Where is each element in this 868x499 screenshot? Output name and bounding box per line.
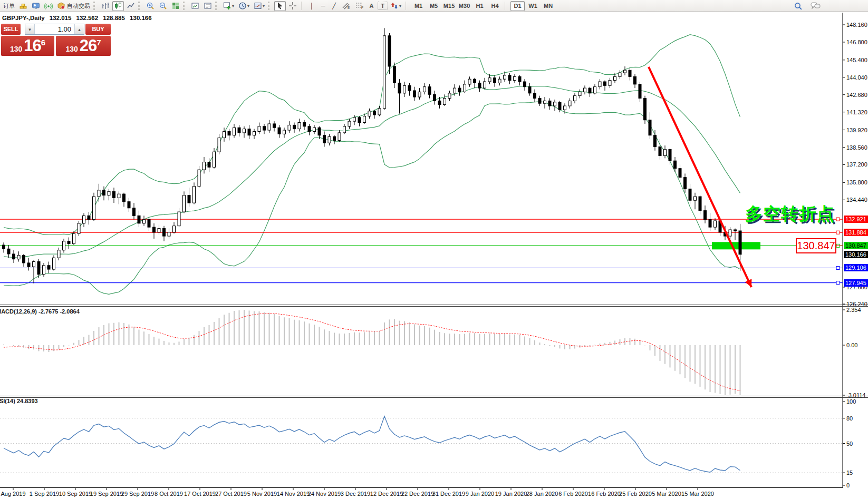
vertical-line-tool-button[interactable]: │ (307, 1, 317, 11)
price-line-axis-label: 131.884 (844, 229, 868, 236)
highlight-box-object[interactable] (712, 242, 760, 249)
trend-arrow-object[interactable] (649, 67, 751, 287)
terminal-icon[interactable] (30, 1, 42, 11)
svg-text:-3.0114: -3.0114 (846, 392, 866, 398)
chevron-down-icon: ▾ (399, 4, 401, 8)
search-icon[interactable] (792, 1, 804, 11)
toolbar-separator (406, 2, 409, 10)
svg-text:2.354: 2.354 (846, 307, 861, 313)
new-chart-button[interactable]: ▾ (221, 1, 236, 11)
svg-text:100: 100 (846, 398, 856, 405)
svg-text:19 Jan 2020: 19 Jan 2020 (495, 491, 527, 497)
indicator-list-icon[interactable] (202, 1, 214, 11)
order-button[interactable]: 订单 (2, 1, 16, 11)
timeframe-h1-button[interactable]: H1 (472, 1, 487, 11)
low-value: 128.885 (103, 15, 125, 21)
trendline-tool-button[interactable]: ╱ (329, 1, 339, 11)
line-handle[interactable] (836, 266, 840, 269)
tile-windows-icon[interactable] (170, 1, 181, 11)
buy-button[interactable]: BUY (85, 24, 111, 35)
svg-text:137.200: 137.200 (846, 161, 867, 168)
line-handle[interactable] (836, 218, 840, 221)
horizontal-line-tool-button[interactable]: ─ (318, 1, 328, 11)
toolbar-separator (138, 2, 142, 10)
candlestick-chart-type-button[interactable] (112, 1, 124, 11)
svg-text:134.440: 134.440 (846, 197, 867, 203)
label-tool-button[interactable]: T (378, 2, 388, 10)
svg-text:8 Oct 2019: 8 Oct 2019 (155, 491, 183, 497)
high-value: 132.562 (76, 15, 99, 21)
volume-value[interactable]: 1.00 (35, 25, 74, 33)
chart-canvas[interactable]: 148.160146.800145.400144.040142.680141.3… (0, 0, 868, 499)
svg-text:14 Nov 2019: 14 Nov 2019 (277, 491, 310, 497)
volume-stepper[interactable]: ▾ 1.00 ▴ (25, 24, 84, 35)
price-line-axis-label: 132.921 (844, 216, 868, 223)
svg-text:1 Sep 2019: 1 Sep 2019 (30, 491, 59, 497)
sell-price-prefix: 130 (10, 45, 22, 56)
price-line-axis-label: 129.106 (844, 264, 868, 271)
buy-price-button[interactable]: 130 26 7 (56, 36, 111, 56)
sell-price-sup: 6 (41, 36, 45, 47)
autotrade-button[interactable]: 自动交易 (55, 1, 92, 11)
level-callout-box[interactable]: 130.847 (796, 238, 836, 253)
timeframe-m1-button[interactable]: M1 (411, 1, 426, 11)
volume-increase-button[interactable]: ▴ (74, 24, 84, 34)
rsi-line (4, 416, 740, 472)
timeframe-m15-button[interactable]: M15 (442, 1, 456, 11)
svg-text:E: E (348, 6, 350, 9)
chevron-down-icon: ▾ (263, 4, 265, 8)
bar-chart-type-button[interactable] (100, 1, 111, 11)
zoom-out-icon[interactable] (157, 1, 169, 11)
buy-price-prefix: 130 (65, 45, 78, 56)
rsi-indicator-label: RSI(14) 24.8393 (0, 398, 38, 404)
svg-text:141.320: 141.320 (846, 109, 867, 115)
indicator-window-icon[interactable] (189, 1, 201, 11)
svg-text:15 Mar 2020: 15 Mar 2020 (681, 491, 714, 497)
chat-icon[interactable] (809, 1, 822, 11)
templates-button[interactable]: ▾ (252, 1, 266, 11)
shapes-tool-button[interactable]: ▾ (389, 1, 403, 11)
svg-text:29 Sep 2019: 29 Sep 2019 (121, 491, 154, 497)
svg-text:5 Nov 2019: 5 Nov 2019 (247, 491, 277, 497)
svg-text:28 Jan 2020: 28 Jan 2020 (526, 491, 558, 497)
sell-price-button[interactable]: 130 16 6 (1, 36, 54, 56)
turning-point-annotation[interactable]: 多空转折点 (745, 202, 835, 226)
svg-text:138.560: 138.560 (846, 144, 867, 151)
svg-text:27 Oct 2019: 27 Oct 2019 (215, 491, 247, 497)
price-line-axis-label: 130.847 (844, 242, 868, 249)
svg-text:6 Feb 2020: 6 Feb 2020 (558, 491, 588, 497)
timeframes-button[interactable]: ▾ (237, 1, 251, 11)
sell-button[interactable]: SELL (1, 24, 21, 35)
volume-decrease-button[interactable]: ▾ (25, 24, 35, 34)
fibonacci-tool-button[interactable]: F (353, 1, 365, 11)
timeframe-w1-button[interactable]: W1 (526, 1, 540, 11)
crosshair-tool-button[interactable] (287, 1, 298, 11)
zoom-in-icon[interactable] (144, 1, 156, 11)
channel-tool-button[interactable]: E (340, 1, 352, 11)
timeframe-m5-button[interactable]: M5 (427, 1, 441, 11)
autotrade-icon (57, 2, 65, 10)
svg-text:19 Sep 2019: 19 Sep 2019 (90, 491, 123, 497)
signal-icon[interactable] (43, 1, 54, 11)
line-handle[interactable] (836, 281, 840, 285)
timeframe-h4-button[interactable]: H4 (488, 1, 502, 11)
line-handle[interactable] (836, 231, 840, 234)
svg-text:148.160: 148.160 (846, 22, 867, 28)
timeframe-mn-button[interactable]: MN (541, 1, 555, 11)
svg-text:146.800: 146.800 (846, 39, 867, 45)
svg-text:142.680: 142.680 (846, 92, 867, 98)
svg-text:F: F (361, 6, 363, 9)
timeframe-m30-button[interactable]: M30 (457, 1, 471, 11)
svg-text:17 Oct 2019: 17 Oct 2019 (184, 491, 216, 497)
svg-text:24 Nov 2019: 24 Nov 2019 (308, 491, 341, 497)
timeframe-d1-button[interactable]: D1 (510, 1, 525, 11)
line-chart-type-button[interactable] (125, 1, 137, 11)
cursor-tool-button[interactable] (274, 1, 286, 11)
text-tool-button[interactable]: A (367, 1, 377, 11)
macd-histogram (4, 310, 740, 395)
deposit-icon[interactable] (17, 1, 29, 11)
svg-text:15: 15 (846, 469, 853, 476)
macd-indicator-label: MACD(12,26,9) -2.7675 -2.0864 (0, 308, 80, 315)
toolbar-separator (268, 2, 272, 10)
price-line-axis-label: 127.945 (844, 279, 868, 287)
